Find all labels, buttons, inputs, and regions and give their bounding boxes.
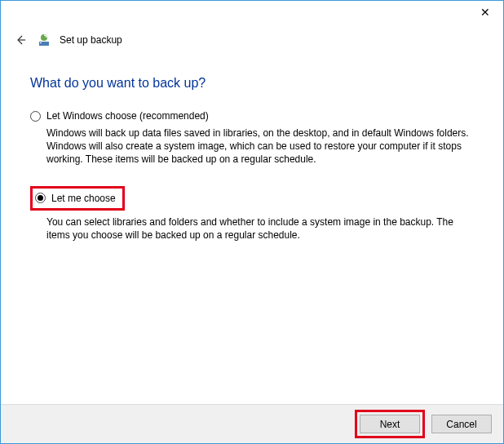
backup-icon: [37, 33, 51, 47]
close-icon: ✕: [480, 6, 490, 19]
option-description: You can select libraries and folders and…: [30, 215, 471, 242]
wizard-title: Set up backup: [60, 34, 122, 46]
option-description: Windows will back up data files saved in…: [30, 127, 471, 166]
radio-let-windows-choose[interactable]: [30, 111, 41, 122]
content-area: What do you want to back up? Let Windows…: [1, 48, 503, 242]
svg-rect-3: [40, 42, 42, 43]
back-arrow-icon: [14, 33, 27, 47]
option-label: Let me choose: [51, 193, 116, 204]
footer-bar: Next Cancel: [1, 404, 503, 443]
radio-let-me-choose[interactable]: [35, 193, 46, 203]
next-button[interactable]: Next: [360, 415, 420, 433]
option-label: Let Windows choose (recommended): [46, 110, 209, 122]
highlight-annotation: Let me choose: [30, 186, 125, 211]
highlight-annotation: Next: [355, 410, 425, 438]
title-bar: ✕: [1, 1, 503, 25]
svg-rect-2: [39, 42, 49, 46]
page-heading: What do you want to back up?: [30, 76, 474, 91]
close-button[interactable]: ✕: [466, 1, 503, 24]
option-let-windows-choose[interactable]: Let Windows choose (recommended) Windows…: [30, 110, 474, 166]
cancel-button[interactable]: Cancel: [431, 415, 492, 433]
wizard-header: Set up backup: [1, 25, 503, 48]
option-let-me-choose[interactable]: Let me choose You can select libraries a…: [30, 186, 474, 242]
back-button[interactable]: [12, 32, 29, 48]
